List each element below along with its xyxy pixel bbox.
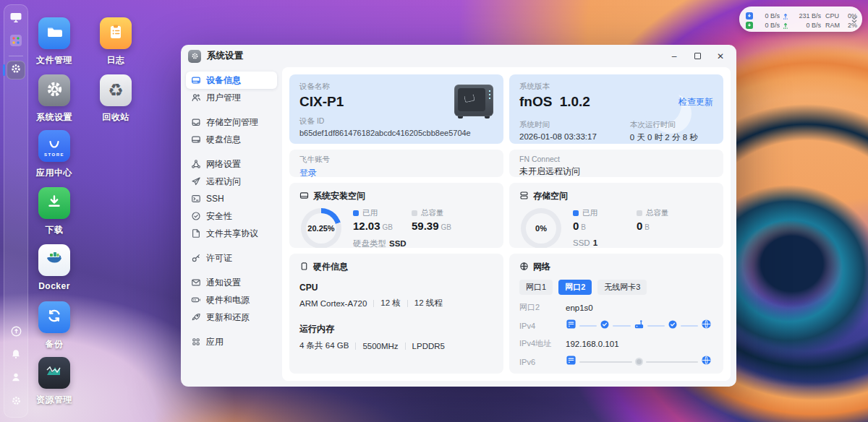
nav-label: 存储空间管理: [206, 116, 258, 129]
nav-item-hardware-power[interactable]: 硬件和电源: [186, 291, 277, 309]
network-tabs: 网口1 网口2 无线网卡3: [519, 280, 713, 295]
nav-item-storage-pool[interactable]: 存储空间管理: [186, 113, 277, 131]
desktop-icon-label: 资源管理: [22, 394, 87, 406]
chevron-down-icon[interactable]: [851, 14, 858, 27]
system-monitor-tray[interactable]: 0 B/s 231 B/s CPU 0% 0 B/s 0 B/s RAM 2%: [739, 7, 862, 32]
desktop-icon-backup[interactable]: 备份: [22, 301, 87, 350]
disk-type-row: 硬盘类型SSD: [353, 238, 493, 248]
nav-item-ssh[interactable]: SSH: [186, 190, 277, 207]
clipboard-icon: [106, 22, 125, 44]
ipv6-label: IPv6: [519, 358, 566, 366]
fn-connect-label: FN Connect: [519, 155, 713, 163]
maximize-button[interactable]: [689, 48, 706, 64]
desktop-icon-label: 应用中心: [22, 167, 87, 179]
ipv4-addr-label: IPv4地址: [519, 338, 566, 349]
nav-label: 网络设置: [206, 158, 241, 171]
desktop-icon-recycle-bin[interactable]: ♻ 回收站: [83, 74, 148, 124]
tab-port2[interactable]: 网口2: [558, 280, 592, 295]
desktop-icon-label: Docker: [22, 281, 87, 291]
globe-icon: [519, 262, 529, 273]
desktop-icon-docker[interactable]: Docker: [22, 244, 87, 291]
check-update-link[interactable]: 检查更新: [678, 96, 713, 108]
nav-item-apps[interactable]: 应用: [186, 333, 277, 350]
desktop-icon-app-center[interactable]: STORE 应用中心: [22, 130, 87, 179]
nav-label: 许可证: [206, 252, 232, 264]
chart-icon: [43, 361, 65, 385]
login-link[interactable]: 登录: [299, 167, 493, 177]
pending-dot-icon: [635, 358, 643, 366]
nav-label: 设备信息: [206, 74, 241, 87]
tab-port1[interactable]: 网口1: [519, 280, 553, 295]
nav-item-disk-info[interactable]: 硬盘信息: [186, 131, 277, 148]
nav-item-user-management[interactable]: 用户管理: [186, 89, 277, 106]
nas-icon: [566, 319, 576, 332]
nav-label: 用户管理: [206, 92, 241, 104]
titlebar[interactable]: 系统设置 – ✕: [181, 45, 736, 67]
nav-item-security[interactable]: 安全性: [186, 207, 277, 225]
desktop-icon-label: 回收站: [83, 111, 148, 124]
download-icon: [45, 192, 64, 214]
sync-icon: [45, 306, 64, 328]
nas-device-image: [454, 85, 493, 116]
nav-label: 通知设置: [206, 277, 241, 289]
desktop-icon-download[interactable]: 下载: [22, 187, 87, 236]
ipv4-path-diagram: [566, 319, 713, 332]
ipv4-label: IPv4: [519, 322, 566, 330]
check-circle-icon: [668, 319, 678, 332]
desktop-icon-label: 文件管理: [22, 54, 87, 66]
nav-label: 更新和还原: [206, 311, 250, 324]
install-space-donut: 20.25%: [301, 208, 341, 248]
tab-wifi3[interactable]: 无线网卡3: [597, 280, 647, 295]
dock-separator: [9, 56, 23, 56]
circle-upload-icon: [10, 325, 22, 340]
ram-label: 运行内存: [299, 323, 493, 335]
up-speed: 0 B/s: [792, 22, 821, 29]
router-icon: [634, 319, 644, 332]
nav-item-remote-access[interactable]: 远程访问: [186, 173, 277, 190]
nav-label: 文件共享协议: [206, 228, 258, 240]
minimize-button[interactable]: –: [665, 48, 683, 64]
card-title: 存储空间: [533, 190, 568, 202]
tray-row: 0 B/s 0 B/s RAM 2%: [746, 19, 848, 28]
desktop-icon-resource-monitor[interactable]: 资源管理: [22, 357, 87, 406]
desktop-icon-label: 系统设置: [22, 111, 87, 124]
desktop-icon-logs[interactable]: 日志: [83, 17, 148, 66]
fn-account-card: 飞牛账号 登录: [289, 150, 503, 177]
device-id: b65def1df861476182abcdc416205cbb8ee5704e: [299, 129, 493, 137]
globe-icon: [701, 355, 712, 369]
nav-item-notifications[interactable]: 通知设置: [186, 274, 277, 291]
desktop-icon-file-manager[interactable]: 文件管理: [22, 17, 87, 66]
cpu-specs: ARM Cortex-A720 12 核 12 线程: [299, 298, 493, 309]
card-title: 硬件信息: [313, 261, 348, 273]
nav-item-update-restore[interactable]: 更新和还原: [186, 309, 277, 326]
system-version-card: 系统版本 fnOS 1.0.2 检查更新 系统时间 2026-01-08 03:…: [509, 74, 723, 144]
nav-label: 硬盘信息: [206, 134, 241, 146]
tray-row: 0 B/s 231 B/s CPU 0%: [746, 9, 848, 19]
bell-icon: [10, 348, 22, 363]
up-speed: 231 B/s: [792, 12, 821, 20]
nav-item-device-info[interactable]: 设备信息: [186, 72, 277, 89]
donut-percent: 0%: [521, 208, 561, 248]
drive-icon: [299, 191, 309, 202]
nav-item-network-settings[interactable]: 网络设置: [186, 155, 277, 173]
legend-total: 总容量 0B: [637, 208, 669, 232]
legend-used: 已用 0B: [573, 208, 618, 232]
fn-connect-status: 未开启远程访问: [519, 165, 713, 177]
fn-connect-card: FN Connect 未开启远程访问: [509, 150, 723, 177]
store-badge: STORE: [38, 152, 70, 157]
close-button[interactable]: ✕: [712, 48, 729, 64]
system-time-label: 系统时间: [519, 120, 597, 130]
card-title: 系统安装空间: [313, 190, 365, 202]
desktop-icon-system-settings[interactable]: 系统设置: [22, 74, 87, 124]
app-grid-icon: [9, 34, 22, 50]
port-value: enp1s0: [566, 303, 713, 312]
nav-item-license[interactable]: 许可证: [186, 249, 277, 267]
person-icon: [10, 371, 22, 386]
nav-item-file-sharing[interactable]: 文件共享协议: [186, 225, 277, 242]
desktop-icon-label: 备份: [22, 338, 87, 350]
device-info-panel: 设备名称 CIX-P1 设备 ID b65def1df861476182abcd…: [282, 67, 731, 381]
fn-account-label: 飞牛账号: [299, 155, 493, 165]
down-speed: 0 B/s: [756, 22, 780, 29]
device-card: 设备名称 CIX-P1 设备 ID b65def1df861476182abcd…: [289, 74, 503, 144]
pool-row: SSD1: [573, 238, 713, 247]
